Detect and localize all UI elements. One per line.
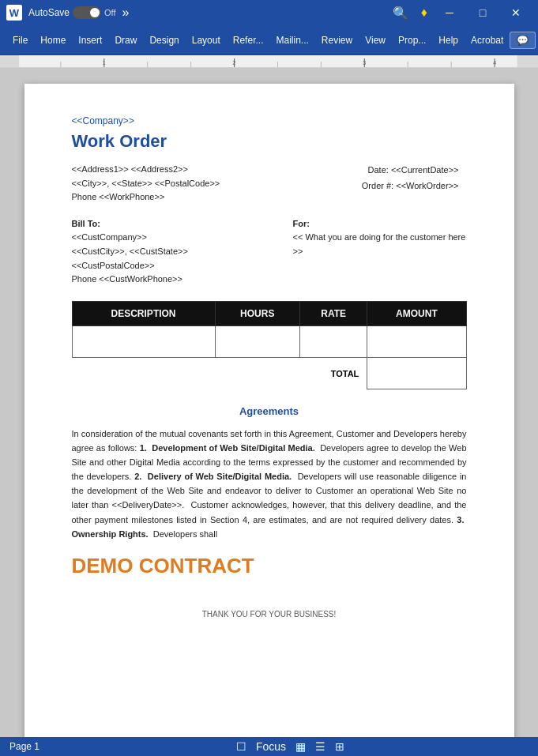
cust-company-field: <<CustCompany>> — [72, 231, 293, 245]
menu-mailings[interactable]: Mailin... — [269, 32, 314, 49]
menu-layout[interactable]: Layout — [186, 32, 227, 49]
order-value: <<WorkOrder>> — [396, 181, 458, 190]
agreements-section: Agreements In consideration of the mutua… — [72, 405, 467, 541]
cust-phone-field: Phone <<CustWorkPhone>> — [72, 273, 293, 287]
menubar: File Home Insert Draw Design Layout Refe… — [0, 25, 538, 55]
page-indicator: Page 1 — [9, 741, 40, 752]
svg-rect-18 — [517, 55, 538, 68]
menu-acrobat[interactable]: Acrobat — [465, 32, 510, 49]
menu-references[interactable]: Refer... — [227, 32, 270, 49]
company-field: <<Company>> — [72, 115, 467, 126]
titlebar: W AutoSave Off » 🔍 ♦ ─ □ ✕ — [0, 0, 538, 25]
statusbar-icons: ☐ Focus ▦ ☰ ⊞ — [52, 740, 529, 753]
date-value: <<CurrentDate>> — [391, 165, 459, 175]
cell-description — [72, 325, 215, 357]
date-label: Date: — [368, 165, 389, 175]
menu-properties[interactable]: Prop... — [392, 32, 432, 49]
bill-to-section: Bill To: <<CustCompany>> <<CustCity>>, <… — [72, 217, 293, 287]
bill-section: Bill To: <<CustCompany>> <<CustCity>>, <… — [72, 217, 467, 287]
chat-button[interactable]: 💬 — [510, 32, 536, 49]
for-text: << What you are doing for the customer h… — [293, 231, 467, 258]
col-hours: HOURS — [215, 301, 299, 325]
maximize-button[interactable]: □ — [467, 0, 498, 25]
svg-rect-0 — [0, 55, 538, 68]
minimize-button[interactable]: ─ — [434, 0, 465, 25]
autosave-state: Off — [104, 8, 115, 17]
svg-rect-17 — [0, 55, 19, 68]
menu-design[interactable]: Design — [143, 32, 185, 49]
menu-file[interactable]: File — [6, 32, 34, 49]
cell-rate — [299, 325, 367, 357]
autosave-knob — [90, 8, 100, 17]
order-label: Order #: — [362, 181, 393, 190]
menu-home[interactable]: Home — [34, 32, 72, 49]
total-label: TOTAL — [72, 357, 367, 389]
cell-hours — [215, 325, 299, 357]
phone-field: Phone <<WorkPhone>> — [72, 190, 309, 205]
autosave-toggle[interactable] — [73, 6, 101, 19]
col-amount: AMOUNT — [367, 301, 466, 325]
menu-view[interactable]: View — [359, 32, 392, 49]
autosave-label: AutoSave — [28, 7, 70, 18]
menu-review[interactable]: Review — [315, 32, 359, 49]
document-title: Work Order — [72, 131, 467, 152]
for-section: For: << What you are doing for the custo… — [293, 217, 467, 287]
cust-postal-field: <<CustPostalCode>> — [72, 259, 293, 273]
cell-amount — [367, 325, 466, 357]
close-button[interactable]: ✕ — [500, 0, 532, 25]
layout-icon[interactable]: ▦ — [295, 740, 306, 753]
city-state-zip-field: <<City>>, <<State>> <<PostalCode>> — [72, 177, 309, 191]
total-row: TOTAL — [72, 357, 466, 389]
col-description: DESCRIPTION — [72, 301, 215, 325]
menu-insert[interactable]: Insert — [72, 32, 108, 49]
svg-text:3: 3 — [363, 59, 366, 66]
header-address: <<Address1>> <<Address2>> <<City>>, <<St… — [72, 163, 309, 205]
focus-label[interactable]: Focus — [256, 740, 286, 753]
address1-field: <<Address1>> <<Address2>> — [72, 163, 309, 177]
header-section: <<Address1>> <<Address2>> <<City>>, <<St… — [72, 163, 467, 205]
agreements-text: In consideration of the mutual covenants… — [72, 427, 467, 541]
svg-text:1: 1 — [103, 59, 106, 66]
header-date-order: Date: <<CurrentDate>> Order #: <<WorkOrd… — [309, 163, 467, 205]
demo-contract-label: DEMO CONTRACT — [72, 554, 467, 578]
svg-text:4: 4 — [493, 59, 496, 66]
statusbar: Page 1 ☐ Focus ▦ ☰ ⊞ — [0, 737, 538, 756]
word-icon: W — [6, 5, 22, 21]
document-page: <<Company>> Work Order <<Address1>> <<Ad… — [24, 84, 514, 737]
menu-help[interactable]: Help — [432, 32, 465, 49]
zoom-icon[interactable]: ⊞ — [335, 740, 344, 753]
work-table: DESCRIPTION HOURS RATE AMOUNT TOTAL — [72, 301, 467, 389]
search-icon[interactable]: 🔍 — [393, 6, 408, 21]
proofing-icon[interactable]: ☐ — [236, 740, 246, 753]
table-header-row: DESCRIPTION HOURS RATE AMOUNT — [72, 301, 466, 325]
agreements-title: Agreements — [72, 405, 467, 417]
window-controls: ─ □ ✕ — [434, 0, 532, 25]
svg-text:2: 2 — [232, 59, 235, 66]
menu-draw[interactable]: Draw — [108, 32, 143, 49]
table-row — [72, 325, 466, 357]
autosave-group: AutoSave Off — [28, 6, 116, 19]
date-row: Date: <<CurrentDate>> — [309, 163, 459, 179]
for-label: For: — [293, 219, 310, 228]
col-rate: RATE — [299, 301, 367, 325]
ruler: 1 2 3 4 — [0, 55, 538, 68]
thank-you-text: THANK YOU FOR YOUR BUSINESS! — [72, 610, 467, 619]
diamond-icon[interactable]: ♦ — [421, 6, 427, 20]
order-row: Order #: <<WorkOrder>> — [309, 179, 459, 194]
content-area[interactable]: <<Company>> Work Order <<Address1>> <<Ad… — [0, 68, 538, 737]
view-icon[interactable]: ☰ — [315, 740, 325, 753]
total-value — [367, 357, 466, 389]
bill-to-label: Bill To: — [72, 219, 100, 228]
cust-city-state-field: <<CustCity>>, <<CustState>> — [72, 245, 293, 259]
ribbon-expand-icon[interactable]: » — [122, 6, 130, 20]
